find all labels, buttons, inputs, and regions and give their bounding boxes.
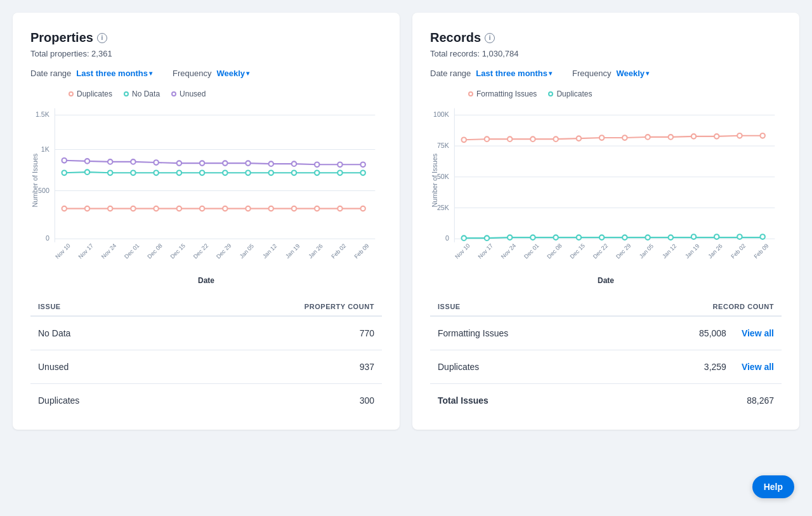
svg-point-26 [131, 170, 135, 175]
svg-point-48 [315, 162, 319, 167]
view-all-formatting[interactable]: View all [742, 328, 774, 338]
properties-subtitle: Total properties: 2,361 [30, 49, 382, 58]
svg-text:0: 0 [445, 234, 449, 242]
svg-point-35 [337, 170, 342, 175]
svg-text:Jan 12: Jan 12 [261, 242, 278, 260]
svg-point-83 [599, 135, 604, 140]
svg-point-79 [508, 136, 512, 142]
svg-text:Feb 09: Feb 09 [353, 242, 370, 260]
total-issues-label: Total Issues [438, 395, 488, 406]
svg-point-16 [223, 206, 227, 211]
row-right-formatting: 85,008 View all [699, 328, 774, 338]
svg-text:Feb 02: Feb 02 [730, 242, 747, 260]
properties-table-header: ISSUE PROPERTY COUNT [30, 298, 382, 317]
svg-text:Nov 24: Nov 24 [100, 242, 117, 260]
legend-label-duplicates-r: Duplicates [556, 89, 592, 98]
svg-point-78 [485, 136, 489, 142]
svg-point-11 [108, 206, 112, 211]
svg-point-94 [530, 235, 535, 240]
svg-point-40 [131, 159, 135, 164]
records-date-range-value[interactable]: Last three months [476, 69, 552, 78]
properties-date-range-value[interactable]: Last three months [76, 69, 152, 78]
svg-point-97 [599, 235, 604, 240]
svg-text:Dec 08: Dec 08 [146, 242, 163, 260]
svg-point-38 [85, 159, 89, 164]
svg-point-24 [85, 169, 89, 175]
svg-text:Jan 12: Jan 12 [661, 242, 678, 260]
svg-text:1K: 1K [41, 145, 50, 153]
svg-point-23 [62, 170, 67, 175]
row-issue-duplicates: Duplicates [38, 395, 79, 406]
svg-point-22 [360, 206, 365, 211]
table-row: Unused 937 [30, 350, 382, 384]
svg-text:Nov 24: Nov 24 [500, 242, 517, 260]
svg-text:Number of Issues: Number of Issues [31, 154, 39, 208]
legend-label-unused: Unused [180, 89, 206, 98]
svg-point-36 [360, 170, 365, 175]
svg-point-9 [62, 206, 67, 211]
svg-point-49 [337, 162, 342, 167]
properties-legend: Duplicates No Data Unused [30, 89, 382, 98]
svg-point-39 [108, 159, 112, 164]
records-table: ISSUE RECORD COUNT Formatting Issues 85,… [430, 298, 782, 417]
records-legend: Formatting Issues Duplicates [430, 89, 782, 98]
total-row: Total Issues 88,267 [430, 384, 782, 417]
svg-point-82 [577, 136, 581, 141]
row-issue-nodata: No Data [38, 328, 70, 338]
legend-label-duplicates: Duplicates [77, 89, 112, 98]
records-date-range-label: Date range [430, 69, 471, 78]
svg-text:Jan 26: Jan 26 [308, 242, 324, 260]
view-all-duplicates[interactable]: View all [742, 362, 774, 372]
svg-text:Nov 10: Nov 10 [454, 242, 471, 260]
svg-point-50 [360, 162, 365, 167]
legend-dot-unused [171, 91, 176, 96]
svg-text:Number of Issues: Number of Issues [431, 154, 438, 208]
properties-frequency-value[interactable]: Weekly [216, 69, 249, 78]
legend-item-nodata: No Data [124, 89, 160, 98]
svg-text:1.5K: 1.5K [36, 110, 50, 118]
row-count-formatting: 85,008 [699, 328, 726, 338]
records-frequency-value[interactable]: Weekly [616, 69, 649, 78]
svg-point-81 [553, 136, 558, 142]
records-col-count: RECORD COUNT [713, 303, 774, 310]
help-button[interactable]: Help [752, 475, 794, 498]
legend-label-formatting: Formatting Issues [476, 89, 537, 98]
legend-item-formatting: Formatting Issues [468, 89, 537, 98]
row-issue-unused: Unused [38, 362, 69, 372]
properties-info-icon[interactable]: i [97, 33, 107, 43]
svg-point-42 [177, 161, 181, 166]
svg-point-43 [200, 161, 204, 166]
svg-point-46 [269, 161, 273, 166]
svg-point-85 [645, 135, 650, 140]
svg-point-15 [200, 206, 204, 211]
svg-point-77 [462, 137, 466, 142]
svg-point-29 [200, 170, 204, 175]
legend-label-nodata: No Data [132, 89, 160, 98]
svg-point-25 [108, 170, 112, 175]
svg-text:Dec 29: Dec 29 [215, 242, 232, 260]
svg-text:Dec 01: Dec 01 [523, 242, 540, 260]
total-issues-count: 88,267 [747, 395, 774, 406]
records-info-icon[interactable]: i [485, 33, 495, 43]
svg-point-86 [669, 135, 673, 140]
records-title: Records i [430, 30, 782, 45]
svg-point-101 [691, 234, 696, 239]
svg-point-13 [154, 206, 158, 211]
svg-point-45 [246, 161, 250, 166]
properties-filter-row: Date range Last three months Frequency W… [30, 69, 382, 78]
svg-text:Jan 26: Jan 26 [707, 242, 724, 260]
properties-chart: 1.5K 1K 500 0 [30, 105, 382, 270]
svg-text:Jan 05: Jan 05 [638, 242, 655, 260]
svg-point-34 [315, 170, 319, 175]
svg-point-87 [691, 134, 696, 139]
row-right-duplicates: 3,259 View all [704, 362, 774, 372]
svg-point-17 [246, 206, 250, 211]
svg-point-84 [622, 135, 627, 140]
row-count-duplicates-r: 3,259 [704, 362, 726, 372]
svg-point-31 [246, 170, 250, 175]
svg-text:Nov 17: Nov 17 [77, 242, 95, 260]
svg-text:100K: 100K [433, 110, 450, 118]
svg-point-30 [223, 170, 227, 175]
svg-point-90 [760, 133, 764, 138]
svg-text:Nov 17: Nov 17 [477, 242, 494, 260]
